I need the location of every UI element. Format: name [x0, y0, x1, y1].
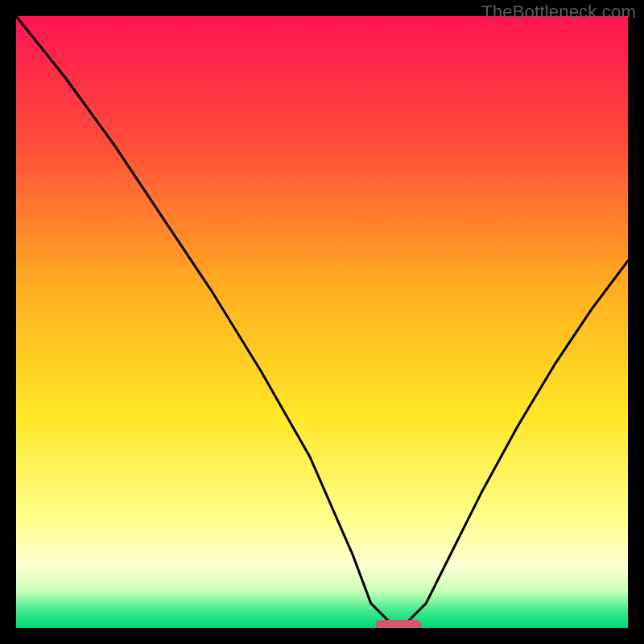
gradient-background	[16, 16, 628, 628]
chart-frame: TheBottleneck.com	[0, 0, 644, 644]
optimal-marker	[376, 620, 422, 628]
watermark-text: TheBottleneck.com	[481, 2, 636, 23]
chart-svg	[16, 16, 628, 628]
plot-area	[16, 16, 628, 628]
